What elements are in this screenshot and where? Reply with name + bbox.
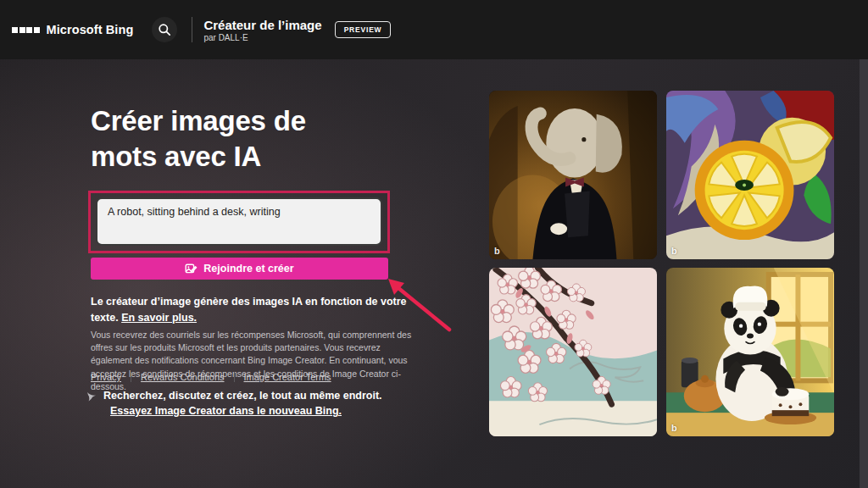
gallery-image-abstract-lemon: b — [666, 91, 834, 259]
header-divider — [192, 17, 192, 42]
image-creator-icon — [185, 263, 198, 275]
join-and-create-button[interactable]: Rejoindre et créer — [91, 258, 388, 280]
bing-watermark: b — [494, 246, 500, 256]
image-creator-terms-link[interactable]: Image Creator Terms — [234, 372, 341, 382]
description-text: Le créateur d’image génère des images IA… — [91, 294, 423, 327]
rewards-conditions-link[interactable]: Rewards Conditions — [131, 372, 233, 382]
example-image-gallery: b — [489, 91, 834, 436]
learn-more-link[interactable]: En savoir plus. — [121, 312, 197, 324]
gallery-image-panda-chef: b — [666, 268, 834, 436]
bing-watermark: b — [671, 423, 677, 433]
join-button-label: Rejoindre et créer — [203, 263, 293, 274]
top-navigation-bar: Microsoft Bing Créateur de l’image par D… — [0, 0, 868, 59]
page-title: Créer images de mots avec IA — [91, 103, 370, 175]
preview-badge: PREVIEW — [335, 21, 392, 38]
app-subtitle: par DALL·E — [203, 33, 321, 42]
try-image-creator-link[interactable]: Essayez Image Creator dans le nouveau Bi… — [110, 405, 342, 418]
legal-links-row: Privacy Rewards Conditions Image Creator… — [91, 372, 341, 382]
gallery-image-cherry-blossom — [489, 268, 657, 436]
privacy-link[interactable]: Privacy — [91, 372, 131, 382]
promo-text: Recherchez, discutez et créez, le tout a… — [103, 390, 382, 402]
prompt-highlight-annotation: A robot, sitting behind a desk, writing — [88, 191, 390, 253]
brand-title[interactable]: Microsoft Bing — [47, 23, 134, 36]
app-title: Créateur de l’image — [203, 18, 321, 32]
bing-bird-icon — [86, 391, 97, 418]
search-icon — [158, 23, 171, 36]
legal-text: Vous recevrez des courriels sur les réco… — [91, 329, 423, 393]
page-background: Microsoft Bing Créateur de l’image par D… — [0, 0, 868, 488]
bing-chat-promo: Recherchez, discutez et créez, le tout a… — [86, 390, 382, 418]
bing-watermark: b — [671, 246, 677, 256]
app-title-block: Créateur de l’image par DALL·E — [203, 18, 321, 42]
gallery-image-elephant-tuxedo: b — [489, 91, 657, 259]
microsoft-logo-icon[interactable] — [12, 27, 40, 33]
scrollbar[interactable] — [860, 59, 868, 488]
search-button[interactable] — [152, 17, 177, 42]
prompt-input[interactable]: A robot, sitting behind a desk, writing — [96, 197, 382, 246]
